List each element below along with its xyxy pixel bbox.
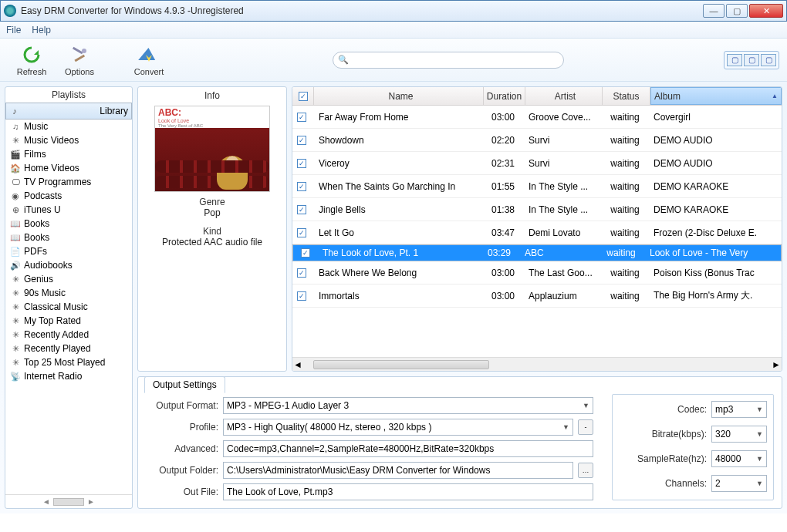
row-name: Viceroy [314,158,484,169]
sidebar-item-recently-added[interactable]: ✳Recently Added [5,328,132,342]
sidebar-item-icon: ♪ [9,106,20,116]
sidebar-item-tv-programmes[interactable]: 🖵TV Programmes [5,175,132,189]
row-duration: 02:20 [484,135,525,146]
view-mode-1[interactable]: ▢ [727,54,742,66]
sidebar-item-label: Audiobooks [24,260,73,271]
row-checkbox[interactable]: ✓ [292,159,314,168]
menu-help[interactable]: Help [32,25,51,35]
row-status: waiting [603,181,650,192]
profile-more-button[interactable]: - [578,419,593,435]
output-settings-tab[interactable]: Output Settings [144,376,225,393]
convert-icon [138,44,160,66]
sidebar-item-top-25-most-played[interactable]: ✳Top 25 Most Played [5,355,132,369]
table-row[interactable]: ✓Back Where We Belong03:00The Last Goo..… [292,261,782,285]
sidebar-item-home-videos[interactable]: 🏠Home Videos [5,161,132,175]
convert-button[interactable]: Convert [125,42,173,79]
row-duration: 01:38 [484,204,525,215]
row-name: When The Saints Go Marching In [314,181,484,192]
output-format-select[interactable]: MP3 - MPEG-1 Audio Layer 3▼ [223,397,593,414]
row-name: Jingle Bells [314,204,484,215]
sidebar-item-classical-music[interactable]: ✳Classical Music [5,300,132,314]
view-mode-3[interactable]: ▢ [761,54,776,66]
sidebar-item-music-videos[interactable]: ✳Music Videos [5,133,132,147]
sidebar-item-label: Podcasts [24,190,62,201]
samplerate-select[interactable]: 48000▼ [711,450,767,467]
profile-select[interactable]: MP3 - High Quality( 48000 Hz, stereo , 3… [223,419,573,436]
col-album[interactable]: Album▲ [650,87,782,105]
sidebar-item-icon: ♫ [10,121,21,132]
sidebar-item-internet-radio[interactable]: 📡Internet Radio [5,369,132,383]
row-duration: 03:29 [480,247,522,258]
row-status: waiting [599,247,647,258]
minimize-button[interactable]: — [703,4,725,18]
sidebar-item-music[interactable]: ♫Music [5,120,132,133]
sidebar-scrollbar[interactable]: ◄ ► [5,494,132,508]
outfile-label: Out File: [146,487,218,497]
sidebar-item-library[interactable]: ♪Library [5,103,132,120]
sidebar-item-label: Home Videos [24,163,79,173]
table-row[interactable]: ✓When The Saints Go Marching In01:55In T… [292,175,782,198]
app-icon [4,5,16,17]
row-checkbox[interactable]: ✓ [292,205,314,214]
sidebar-item-audiobooks[interactable]: 🔊Audiobooks [5,258,132,272]
close-button[interactable]: ✕ [749,4,783,18]
table-row[interactable]: ✓Let It Go03:47Demi LovatowaitingFrozen … [292,221,782,244]
sidebar-item-icon: ✳ [10,343,21,354]
row-status: waiting [603,291,650,301]
sidebar-item-label: Music [24,121,48,132]
sidebar-item-recently-played[interactable]: ✳Recently Played [5,342,132,355]
bitrate-select[interactable]: 320▼ [711,426,767,443]
view-mode-2[interactable]: ▢ [744,54,759,66]
row-checkbox[interactable]: ✓ [292,136,314,145]
sidebar-item-podcasts[interactable]: ◉Podcasts [5,189,132,203]
refresh-button[interactable]: Refresh [8,42,56,79]
row-artist: In The Style ... [525,204,603,215]
table-row[interactable]: ✓Immortals03:00ApplauziumwaitingThe Big … [292,285,782,308]
col-artist[interactable]: Artist [525,87,603,105]
col-check[interactable]: ✓ [292,87,314,105]
sidebar-item-books[interactable]: 📖Books [5,217,132,231]
sidebar-item-pdfs[interactable]: 📄PDFs [5,244,132,258]
channels-label: Channels: [665,478,707,489]
samplerate-label: SampleRate(hz): [637,453,707,464]
genre-value: Pop [204,207,220,218]
table-row[interactable]: ✓Viceroy02:31SurviwaitingDEMO AUDIO [292,152,782,175]
table-row[interactable]: ✓Far Away From Home03:00Groove Cove...wa… [292,106,782,129]
svg-rect-0 [74,54,85,62]
outfile-input[interactable]: The Look of Love, Pt.mp3 [223,483,593,500]
advanced-input[interactable]: Codec=mp3,Channel=2,SampleRate=48000Hz,B… [223,440,593,457]
col-duration[interactable]: Duration [484,87,525,105]
row-checkbox[interactable]: ✓ [292,228,314,237]
channels-select[interactable]: 2▼ [711,475,767,492]
col-status[interactable]: Status [603,87,650,105]
row-checkbox[interactable]: ✓ [292,182,314,191]
maximize-button[interactable]: ▢ [726,4,748,18]
table-hscrollbar[interactable]: ◄► [292,357,782,371]
row-checkbox[interactable]: ✓ [296,248,318,258]
codec-label: Codec: [677,404,707,415]
row-checkbox[interactable]: ✓ [292,113,314,122]
output-folder-input[interactable]: C:\Users\Administrator\Music\Easy DRM Co… [223,462,573,479]
sidebar-item-label: Top 25 Most Played [24,357,105,368]
options-button[interactable]: Options [56,42,103,79]
sidebar-item-books[interactable]: 📖Books [5,231,132,244]
sidebar-item-90s-music[interactable]: ✳90s Music [5,286,132,300]
row-name: Far Away From Home [314,112,484,123]
row-status: waiting [603,158,650,169]
codec-select[interactable]: mp3▼ [711,401,767,418]
browse-folder-button[interactable]: … [578,463,593,478]
table-row[interactable]: ✓The Look of Love, Pt. 103:29ABCwaitingL… [292,244,782,261]
sidebar-item-label: Internet Radio [24,371,82,382]
sidebar-item-my-top-rated[interactable]: ✳My Top Rated [5,314,132,328]
col-name[interactable]: Name [314,87,484,105]
search-input[interactable] [333,52,564,69]
menu-file[interactable]: File [6,25,21,35]
kind-label: Kind [203,226,221,237]
row-checkbox[interactable]: ✓ [292,291,314,301]
sidebar-item-films[interactable]: 🎬Films [5,147,132,161]
table-row[interactable]: ✓Showdown02:20SurviwaitingDEMO AUDIO [292,129,782,152]
sidebar-item-genius[interactable]: ✳Genius [5,272,132,286]
table-row[interactable]: ✓Jingle Bells01:38In The Style ...waitin… [292,198,782,221]
row-checkbox[interactable]: ✓ [292,268,314,278]
sidebar-item-itunes-u[interactable]: ⊕iTunes U [5,203,132,217]
